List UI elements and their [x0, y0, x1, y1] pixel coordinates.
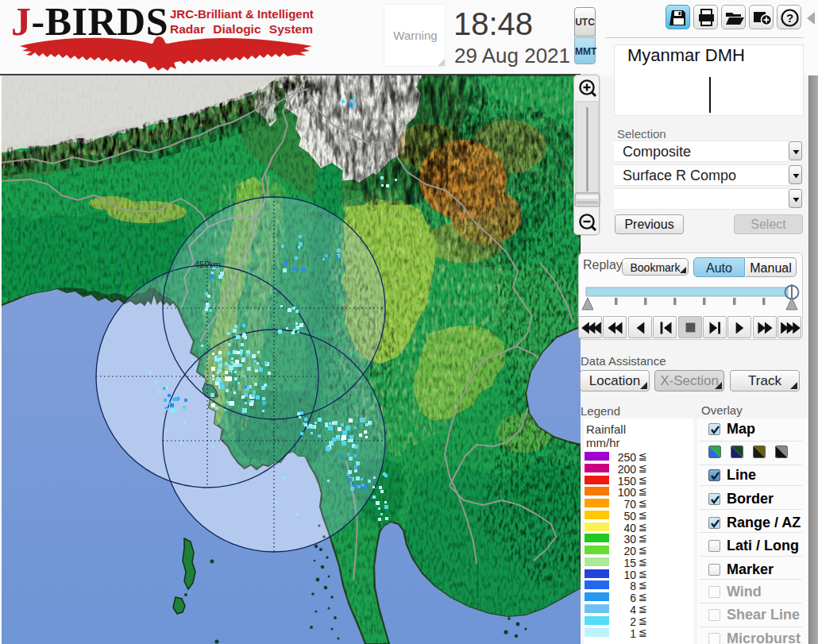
svg-text:450km: 450km: [195, 260, 221, 269]
svg-text:?: ?: [786, 11, 793, 25]
